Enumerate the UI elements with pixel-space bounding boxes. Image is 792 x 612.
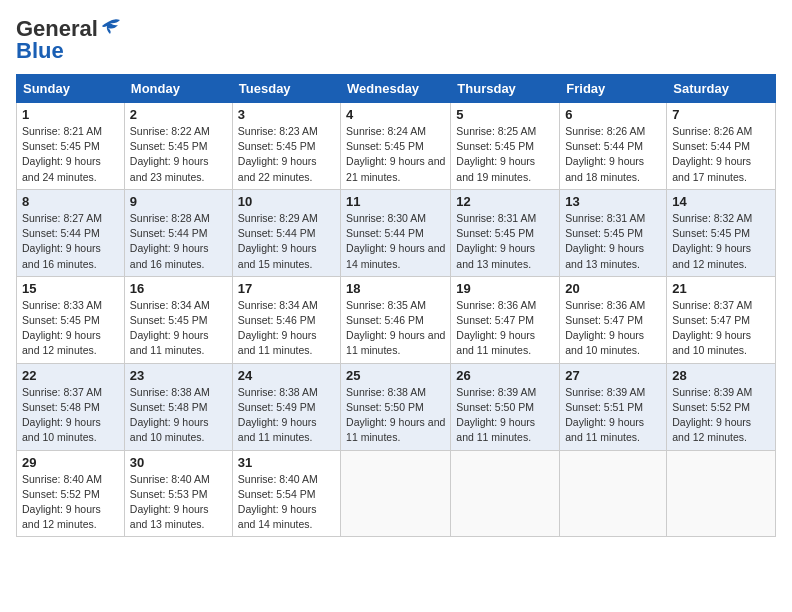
table-row: 28 Sunrise: 8:39 AMSunset: 5:52 PMDaylig… xyxy=(667,363,776,450)
table-row: 19 Sunrise: 8:36 AMSunset: 5:47 PMDaylig… xyxy=(451,276,560,363)
table-row: 9 Sunrise: 8:28 AMSunset: 5:44 PMDayligh… xyxy=(124,189,232,276)
day-info: Sunrise: 8:39 AMSunset: 5:51 PMDaylight:… xyxy=(565,386,645,444)
day-info: Sunrise: 8:33 AMSunset: 5:45 PMDaylight:… xyxy=(22,299,102,357)
table-row xyxy=(341,450,451,537)
calendar-week-row: 22 Sunrise: 8:37 AMSunset: 5:48 PMDaylig… xyxy=(17,363,776,450)
table-row: 31 Sunrise: 8:40 AMSunset: 5:54 PMDaylig… xyxy=(232,450,340,537)
table-row xyxy=(451,450,560,537)
day-info: Sunrise: 8:36 AMSunset: 5:47 PMDaylight:… xyxy=(565,299,645,357)
day-info: Sunrise: 8:23 AMSunset: 5:45 PMDaylight:… xyxy=(238,125,318,183)
col-monday: Monday xyxy=(124,75,232,103)
table-row xyxy=(667,450,776,537)
day-number: 21 xyxy=(672,281,770,296)
table-row: 10 Sunrise: 8:29 AMSunset: 5:44 PMDaylig… xyxy=(232,189,340,276)
logo-bird-icon xyxy=(100,18,122,36)
table-row: 20 Sunrise: 8:36 AMSunset: 5:47 PMDaylig… xyxy=(560,276,667,363)
day-number: 26 xyxy=(456,368,554,383)
day-number: 10 xyxy=(238,194,335,209)
day-number: 28 xyxy=(672,368,770,383)
calendar-week-row: 15 Sunrise: 8:33 AMSunset: 5:45 PMDaylig… xyxy=(17,276,776,363)
table-row: 13 Sunrise: 8:31 AMSunset: 5:45 PMDaylig… xyxy=(560,189,667,276)
table-row: 25 Sunrise: 8:38 AMSunset: 5:50 PMDaylig… xyxy=(341,363,451,450)
col-sunday: Sunday xyxy=(17,75,125,103)
day-info: Sunrise: 8:40 AMSunset: 5:52 PMDaylight:… xyxy=(22,473,102,531)
day-number: 2 xyxy=(130,107,227,122)
logo: General Blue xyxy=(16,16,122,64)
calendar-week-row: 1 Sunrise: 8:21 AMSunset: 5:45 PMDayligh… xyxy=(17,103,776,190)
calendar-header-row: Sunday Monday Tuesday Wednesday Thursday… xyxy=(17,75,776,103)
table-row: 4 Sunrise: 8:24 AMSunset: 5:45 PMDayligh… xyxy=(341,103,451,190)
table-row: 6 Sunrise: 8:26 AMSunset: 5:44 PMDayligh… xyxy=(560,103,667,190)
day-number: 18 xyxy=(346,281,445,296)
table-row: 21 Sunrise: 8:37 AMSunset: 5:47 PMDaylig… xyxy=(667,276,776,363)
calendar-week-row: 29 Sunrise: 8:40 AMSunset: 5:52 PMDaylig… xyxy=(17,450,776,537)
table-row xyxy=(560,450,667,537)
table-row: 5 Sunrise: 8:25 AMSunset: 5:45 PMDayligh… xyxy=(451,103,560,190)
logo-blue: Blue xyxy=(16,38,64,64)
table-row: 27 Sunrise: 8:39 AMSunset: 5:51 PMDaylig… xyxy=(560,363,667,450)
day-number: 23 xyxy=(130,368,227,383)
table-row: 1 Sunrise: 8:21 AMSunset: 5:45 PMDayligh… xyxy=(17,103,125,190)
day-number: 15 xyxy=(22,281,119,296)
col-saturday: Saturday xyxy=(667,75,776,103)
col-wednesday: Wednesday xyxy=(341,75,451,103)
day-info: Sunrise: 8:24 AMSunset: 5:45 PMDaylight:… xyxy=(346,125,445,183)
day-number: 5 xyxy=(456,107,554,122)
day-info: Sunrise: 8:26 AMSunset: 5:44 PMDaylight:… xyxy=(672,125,752,183)
day-number: 9 xyxy=(130,194,227,209)
table-row: 29 Sunrise: 8:40 AMSunset: 5:52 PMDaylig… xyxy=(17,450,125,537)
table-row: 18 Sunrise: 8:35 AMSunset: 5:46 PMDaylig… xyxy=(341,276,451,363)
day-number: 16 xyxy=(130,281,227,296)
day-info: Sunrise: 8:29 AMSunset: 5:44 PMDaylight:… xyxy=(238,212,318,270)
col-friday: Friday xyxy=(560,75,667,103)
day-info: Sunrise: 8:40 AMSunset: 5:54 PMDaylight:… xyxy=(238,473,318,531)
day-number: 12 xyxy=(456,194,554,209)
col-thursday: Thursday xyxy=(451,75,560,103)
day-info: Sunrise: 8:21 AMSunset: 5:45 PMDaylight:… xyxy=(22,125,102,183)
day-info: Sunrise: 8:40 AMSunset: 5:53 PMDaylight:… xyxy=(130,473,210,531)
day-number: 17 xyxy=(238,281,335,296)
day-info: Sunrise: 8:32 AMSunset: 5:45 PMDaylight:… xyxy=(672,212,752,270)
page-header: General Blue xyxy=(16,16,776,64)
table-row: 12 Sunrise: 8:31 AMSunset: 5:45 PMDaylig… xyxy=(451,189,560,276)
table-row: 26 Sunrise: 8:39 AMSunset: 5:50 PMDaylig… xyxy=(451,363,560,450)
day-number: 14 xyxy=(672,194,770,209)
day-number: 13 xyxy=(565,194,661,209)
day-info: Sunrise: 8:38 AMSunset: 5:49 PMDaylight:… xyxy=(238,386,318,444)
table-row: 8 Sunrise: 8:27 AMSunset: 5:44 PMDayligh… xyxy=(17,189,125,276)
table-row: 11 Sunrise: 8:30 AMSunset: 5:44 PMDaylig… xyxy=(341,189,451,276)
day-number: 1 xyxy=(22,107,119,122)
day-number: 8 xyxy=(22,194,119,209)
table-row: 30 Sunrise: 8:40 AMSunset: 5:53 PMDaylig… xyxy=(124,450,232,537)
day-info: Sunrise: 8:39 AMSunset: 5:52 PMDaylight:… xyxy=(672,386,752,444)
day-info: Sunrise: 8:28 AMSunset: 5:44 PMDaylight:… xyxy=(130,212,210,270)
day-info: Sunrise: 8:35 AMSunset: 5:46 PMDaylight:… xyxy=(346,299,445,357)
table-row: 22 Sunrise: 8:37 AMSunset: 5:48 PMDaylig… xyxy=(17,363,125,450)
table-row: 3 Sunrise: 8:23 AMSunset: 5:45 PMDayligh… xyxy=(232,103,340,190)
table-row: 17 Sunrise: 8:34 AMSunset: 5:46 PMDaylig… xyxy=(232,276,340,363)
day-info: Sunrise: 8:26 AMSunset: 5:44 PMDaylight:… xyxy=(565,125,645,183)
day-number: 4 xyxy=(346,107,445,122)
col-tuesday: Tuesday xyxy=(232,75,340,103)
day-number: 19 xyxy=(456,281,554,296)
day-info: Sunrise: 8:27 AMSunset: 5:44 PMDaylight:… xyxy=(22,212,102,270)
day-number: 6 xyxy=(565,107,661,122)
table-row: 16 Sunrise: 8:34 AMSunset: 5:45 PMDaylig… xyxy=(124,276,232,363)
day-number: 25 xyxy=(346,368,445,383)
calendar-table: Sunday Monday Tuesday Wednesday Thursday… xyxy=(16,74,776,537)
table-row: 23 Sunrise: 8:38 AMSunset: 5:48 PMDaylig… xyxy=(124,363,232,450)
table-row: 2 Sunrise: 8:22 AMSunset: 5:45 PMDayligh… xyxy=(124,103,232,190)
day-info: Sunrise: 8:36 AMSunset: 5:47 PMDaylight:… xyxy=(456,299,536,357)
day-info: Sunrise: 8:34 AMSunset: 5:46 PMDaylight:… xyxy=(238,299,318,357)
day-info: Sunrise: 8:30 AMSunset: 5:44 PMDaylight:… xyxy=(346,212,445,270)
table-row: 14 Sunrise: 8:32 AMSunset: 5:45 PMDaylig… xyxy=(667,189,776,276)
calendar-week-row: 8 Sunrise: 8:27 AMSunset: 5:44 PMDayligh… xyxy=(17,189,776,276)
day-number: 30 xyxy=(130,455,227,470)
day-info: Sunrise: 8:38 AMSunset: 5:48 PMDaylight:… xyxy=(130,386,210,444)
day-number: 11 xyxy=(346,194,445,209)
table-row: 15 Sunrise: 8:33 AMSunset: 5:45 PMDaylig… xyxy=(17,276,125,363)
day-number: 29 xyxy=(22,455,119,470)
day-info: Sunrise: 8:22 AMSunset: 5:45 PMDaylight:… xyxy=(130,125,210,183)
day-number: 22 xyxy=(22,368,119,383)
table-row: 24 Sunrise: 8:38 AMSunset: 5:49 PMDaylig… xyxy=(232,363,340,450)
